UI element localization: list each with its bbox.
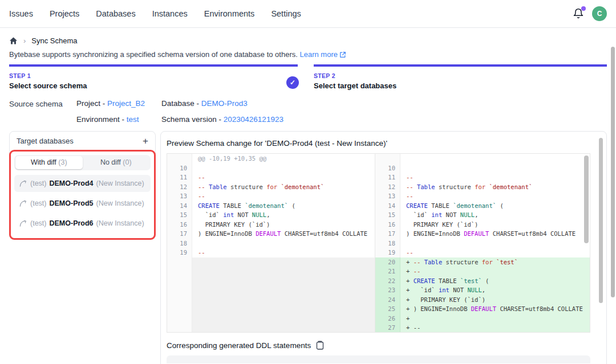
- field-value-link[interactable]: Project_B2: [107, 99, 145, 108]
- diff-line: 16 PRIMARY KEY (`id`): [375, 220, 590, 230]
- nav-item-databases[interactable]: Databases: [96, 9, 135, 18]
- diff-line: 15 `id` int NOT NULL,: [375, 210, 590, 220]
- mysql-icon: [19, 219, 27, 227]
- step-2[interactable]: STEP 2 Select target databases: [314, 64, 607, 90]
- main-nav: IssuesProjectsDatabasesInstancesEnvironm…: [9, 9, 301, 18]
- notifications-button[interactable]: [573, 8, 584, 19]
- mysql-icon: [19, 179, 27, 187]
- source-field-project: Project - Project_B2: [76, 99, 161, 108]
- diff-line: 19--: [167, 248, 375, 257]
- target-database-demo-prod5[interactable]: (test)DEMO-Prod5(New Instance): [14, 195, 151, 212]
- nav-item-instances[interactable]: Instances: [152, 9, 188, 18]
- add-target-database-button[interactable]: +: [141, 136, 149, 146]
- field-value-link[interactable]: test: [127, 115, 139, 124]
- diff-pane-source: @@ -10,19 +10,35 @@ 1011--12-- Table str…: [167, 154, 375, 332]
- source-field-database: Database - DEMO-Prod3: [161, 99, 283, 108]
- diff-line: 12-- Table structure for `demotenant`: [167, 182, 375, 192]
- step-1-label: STEP 1: [9, 72, 298, 79]
- source-schema-label: Source schema: [9, 99, 76, 124]
- field-value-link[interactable]: 20230426121923: [224, 115, 283, 124]
- diff-line: 16 PRIMARY KEY (`id`): [167, 220, 375, 230]
- diff-line: 11--: [167, 173, 375, 182]
- diff-line: 26+: [375, 314, 590, 324]
- page-scrollbar[interactable]: [611, 47, 615, 297]
- diff-hunk-header: @@ -10,19 +10,35 @@: [192, 154, 375, 163]
- diff-line: 11--: [375, 173, 590, 182]
- diff-left-filler: [167, 257, 375, 333]
- diff-line: 10: [375, 163, 590, 173]
- diff-line: 21+ --: [375, 267, 590, 276]
- target-databases-highlight-box: With diff (3)No diff (0) (test)DEMO-Prod…: [9, 150, 156, 240]
- breadcrumb-current: Sync Schema: [31, 36, 77, 45]
- nav-item-projects[interactable]: Projects: [50, 9, 79, 18]
- db-environment: (test): [30, 199, 46, 207]
- source-schema-fields: Project - Project_B2Database - DEMO-Prod…: [76, 99, 283, 124]
- external-link-icon: [339, 51, 346, 58]
- diff-line: 13--: [167, 191, 375, 201]
- db-instance-suffix: (New Instance): [96, 199, 144, 207]
- field-value-link[interactable]: DEMO-Prod3: [201, 99, 248, 108]
- diff-line: 18: [167, 239, 375, 248]
- db-name: DEMO-Prod6: [49, 219, 93, 227]
- intro-text: Bytebase supports synchronizing a specif…: [9, 50, 607, 59]
- db-instance-suffix: (New Instance): [96, 179, 144, 187]
- diff-line: 19--: [375, 248, 590, 257]
- nav-item-issues[interactable]: Issues: [9, 9, 33, 18]
- ddl-statements-preview-block: [167, 355, 590, 363]
- step-1[interactable]: STEP 1 Select source schema: [9, 64, 298, 90]
- diff-line: 14CREATE TABLE `demotenant` (: [375, 201, 590, 211]
- top-navigation: IssuesProjectsDatabasesInstancesEnvironm…: [0, 0, 616, 28]
- target-database-demo-prod6[interactable]: (test)DEMO-Prod6(New Instance): [14, 215, 151, 232]
- db-environment: (test): [30, 219, 46, 227]
- source-field-schema-version: Schema version - 20230426121923: [161, 115, 283, 124]
- step-2-title: Select target databases: [314, 81, 607, 90]
- diff-pane-scrollbar[interactable]: [584, 156, 589, 243]
- db-name: DEMO-Prod5: [49, 199, 93, 207]
- preview-panel-scrollbar[interactable]: [599, 138, 603, 303]
- notification-dot: [581, 6, 586, 11]
- source-field-environment: Environment - test: [76, 115, 161, 124]
- nav-item-settings[interactable]: Settings: [271, 9, 301, 18]
- tab-with-diff[interactable]: With diff (3): [15, 156, 83, 169]
- db-environment: (test): [30, 179, 46, 187]
- tab-no-diff[interactable]: No diff (0): [83, 156, 150, 169]
- diff-line: 25+ ) ENGINE=InnoDB DEFAULT CHARSET=utf8…: [375, 304, 590, 314]
- diff-line: 22+ CREATE TABLE `test` (: [375, 276, 590, 286]
- diff-line: 15 `id` int NOT NULL,: [167, 210, 375, 220]
- preview-title: Preview Schema change for 'DEMO-Prod4 (t…: [167, 139, 601, 148]
- step-1-title: Select source schema: [9, 81, 298, 90]
- diff-line: 13--: [375, 191, 590, 201]
- field-label: Environment -: [76, 115, 127, 124]
- steps: STEP 1 Select source schema ✓ STEP 2 Sel…: [9, 64, 607, 90]
- schema-diff-editor: @@ -10,19 +10,35 @@ 1011--12-- Table str…: [167, 153, 590, 333]
- diff-line: 20+ -- Table structure for `test`: [375, 257, 590, 267]
- home-icon[interactable]: [9, 36, 18, 45]
- main-area: Target databases + With diff (3)No diff …: [9, 131, 607, 364]
- breadcrumb: › Sync Schema: [9, 36, 607, 45]
- diff-hunk-row: @@ -10,19 +10,35 @@: [167, 154, 375, 163]
- nav-item-environments[interactable]: Environments: [204, 9, 255, 18]
- diff-line: 17) ENGINE=InnoDB DEFAULT CHARSET=utf8mb…: [167, 229, 375, 239]
- diff-line: 24+ PRIMARY KEY (`id`): [375, 295, 590, 305]
- ddl-statements-heading: Corresponding generated DDL statements: [167, 341, 311, 350]
- target-databases-title: Target databases: [17, 137, 74, 145]
- field-label: Schema version -: [161, 115, 224, 124]
- step-2-label: STEP 2: [314, 72, 607, 79]
- diff-line: 12-- Table structure for `demotenant`: [375, 182, 590, 192]
- learn-more-link[interactable]: Learn more: [299, 50, 337, 59]
- source-schema-summary: Source schema Project - Project_B2Databa…: [9, 99, 607, 124]
- chevron-right-icon: ›: [23, 36, 26, 45]
- field-label: Database -: [161, 99, 201, 108]
- target-databases-panel: Target databases + With diff (3)No diff …: [9, 131, 156, 240]
- diff-pane-target: 1011--12-- Table structure for `demotena…: [375, 154, 590, 332]
- diff-tabs: With diff (3)No diff (0): [14, 155, 151, 170]
- nav-right: C: [573, 6, 607, 21]
- target-database-list: (test)DEMO-Prod4(New Instance)(test)DEMO…: [13, 173, 152, 232]
- avatar[interactable]: C: [592, 6, 607, 21]
- mysql-icon: [19, 199, 27, 207]
- diff-line: 10: [167, 163, 375, 173]
- copy-icon[interactable]: [316, 341, 324, 350]
- diff-line: 27+ --: [375, 323, 590, 332]
- target-database-demo-prod4[interactable]: (test)DEMO-Prod4(New Instance): [14, 175, 151, 192]
- diff-line: 17) ENGINE=InnoDB DEFAULT CHARSET=utf8mb…: [375, 229, 590, 239]
